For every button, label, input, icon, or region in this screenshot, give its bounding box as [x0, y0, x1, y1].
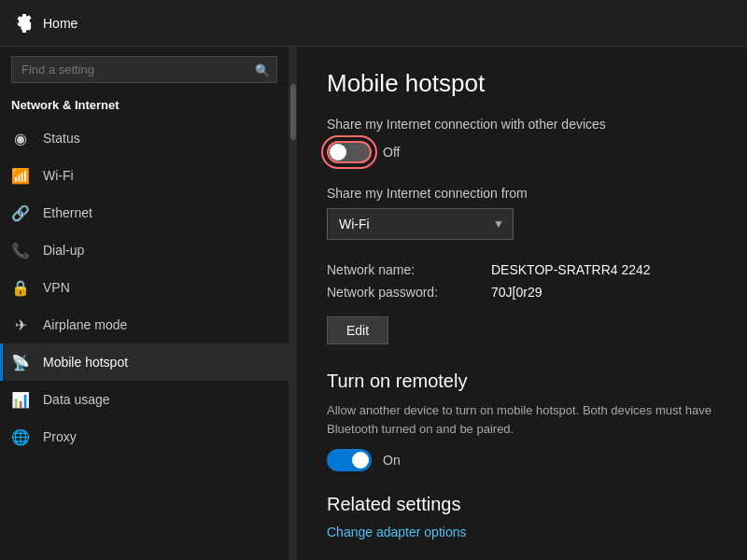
network-password-row: Network password: 70J[0r29: [327, 285, 717, 300]
sidebar-item-label-wifi: Wi-Fi: [43, 168, 74, 183]
toggle-off-row: Off: [327, 141, 717, 163]
page-title: Mobile hotspot: [327, 69, 717, 98]
turn-on-remotely-desc: Allow another device to turn on mobile h…: [327, 401, 717, 438]
hotspot-icon: 📡: [11, 353, 30, 371]
wifi-icon: 📶: [11, 166, 30, 185]
hotspot-toggle-off[interactable]: [327, 141, 372, 163]
main-layout: 🔍 Network & Internet ◉Status📶Wi-Fi🔗Ether…: [0, 47, 747, 560]
sidebar-item-label-dialup: Dial-up: [43, 243, 84, 258]
search-icon: 🔍: [255, 63, 270, 77]
sidebar-item-data[interactable]: 📊Data usage: [0, 381, 289, 418]
share-from-label: Share my Internet connection from: [327, 186, 717, 201]
data-icon: 📊: [11, 390, 30, 409]
sidebar-item-label-status: Status: [43, 131, 80, 146]
header: Home: [0, 0, 747, 47]
search-input[interactable]: [11, 56, 277, 83]
home-label: Home: [43, 16, 78, 31]
sidebar-item-label-hotspot: Mobile hotspot: [43, 355, 128, 370]
status-icon: ◉: [11, 129, 30, 147]
sidebar-item-label-data: Data usage: [43, 392, 110, 407]
dialup-icon: 📞: [11, 241, 30, 259]
network-password-value: 70J[0r29: [491, 285, 542, 300]
network-name-key: Network name:: [327, 262, 476, 277]
change-adapter-options-link[interactable]: Change adapter options: [327, 525, 466, 539]
connection-source-dropdown[interactable]: Wi-Fi Ethernet: [327, 208, 514, 240]
vpn-icon: 🔒: [11, 278, 30, 297]
sidebar-item-label-vpn: VPN: [43, 280, 70, 295]
share-label: Share my Internet connection with other …: [327, 117, 717, 132]
sidebar-item-dialup[interactable]: 📞Dial-up: [0, 231, 289, 269]
sidebar: 🔍 Network & Internet ◉Status📶Wi-Fi🔗Ether…: [0, 47, 289, 560]
toggle-off-container: [327, 141, 372, 163]
sidebar-item-label-airplane: Airplane mode: [43, 317, 127, 332]
related-settings-heading: Related settings: [327, 494, 717, 515]
scroll-indicator: [289, 47, 297, 560]
toggle-off-label: Off: [383, 145, 400, 160]
sidebar-item-status[interactable]: ◉Status: [0, 119, 289, 157]
sidebar-item-label-ethernet: Ethernet: [43, 205, 92, 220]
sidebar-item-proxy[interactable]: 🌐Proxy: [0, 418, 289, 455]
sidebar-item-hotspot[interactable]: 📡Mobile hotspot: [0, 343, 289, 381]
sidebar-item-label-proxy: Proxy: [43, 429, 77, 444]
network-name-value: DESKTOP-SRATRR4 2242: [491, 262, 651, 277]
proxy-icon: 🌐: [11, 427, 30, 446]
content-area: Mobile hotspot Share my Internet connect…: [297, 47, 747, 560]
sidebar-items: ◉Status📶Wi-Fi🔗Ethernet📞Dial-up🔒VPN✈Airpl…: [0, 119, 289, 560]
edit-button[interactable]: Edit: [327, 316, 388, 344]
sidebar-item-vpn[interactable]: 🔒VPN: [0, 269, 289, 306]
ethernet-icon: 🔗: [11, 203, 30, 222]
sidebar-item-ethernet[interactable]: 🔗Ethernet: [0, 194, 289, 231]
toggle-on-row: On: [327, 449, 717, 471]
airplane-icon: ✈: [11, 315, 30, 334]
sidebar-item-wifi[interactable]: 📶Wi-Fi: [0, 157, 289, 194]
sidebar-section-label: Network & Internet: [0, 92, 289, 119]
network-password-key: Network password:: [327, 285, 476, 300]
network-name-row: Network name: DESKTOP-SRATRR4 2242: [327, 262, 717, 277]
connection-source-dropdown-wrap: Wi-Fi Ethernet ▼: [327, 208, 514, 240]
turn-on-remotely-heading: Turn on remotely: [327, 371, 717, 392]
scroll-thumb[interactable]: [290, 84, 296, 140]
sidebar-item-airplane[interactable]: ✈Airplane mode: [0, 306, 289, 343]
remote-toggle-on[interactable]: [327, 449, 372, 471]
toggle-on-label: On: [383, 453, 401, 468]
gear-icon: [15, 14, 34, 33]
search-wrap: 🔍: [0, 47, 289, 92]
home-nav[interactable]: Home: [15, 14, 78, 33]
